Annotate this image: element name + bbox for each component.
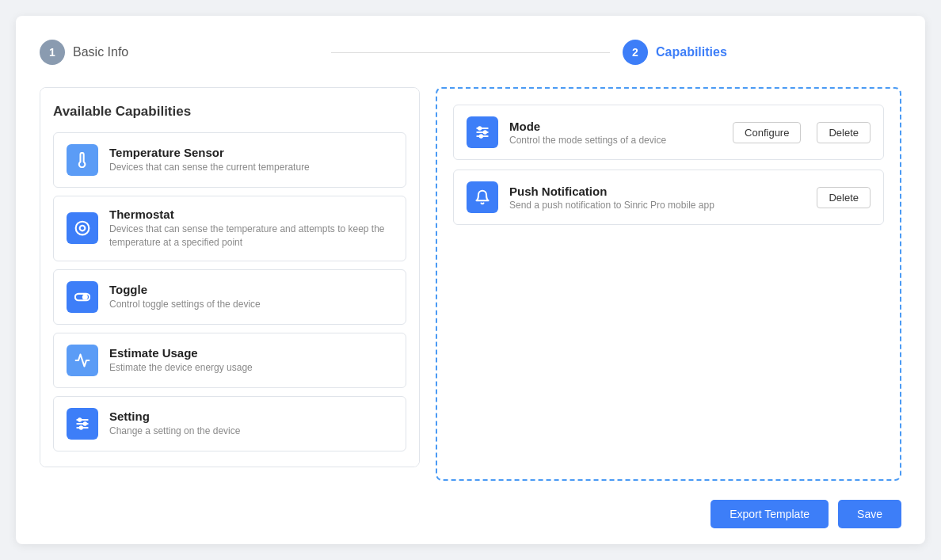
delete-mode-button[interactable]: Delete xyxy=(817,122,871,143)
capability-setting[interactable]: Setting Change a setting on the device xyxy=(53,396,406,451)
export-template-button[interactable]: Export Template xyxy=(711,500,829,528)
stepper: 1 Basic Info 2 Capabilities xyxy=(40,40,901,65)
capability-thermostat[interactable]: Thermostat Devices that can sense the te… xyxy=(53,196,406,261)
svg-point-8 xyxy=(84,422,86,425)
step-1-label: Basic Info xyxy=(73,45,128,59)
capability-temperature-sensor[interactable]: Temperature Sensor Devices that can sens… xyxy=(53,132,406,188)
step-divider xyxy=(331,52,610,53)
thermostat-desc: Devices that can sense the temperature a… xyxy=(109,223,393,250)
panel-title: Available Capabilities xyxy=(53,104,406,120)
svg-point-9 xyxy=(80,426,82,429)
main-content: Available Capabilities Temperature Senso… xyxy=(40,87,901,481)
mode-icon xyxy=(467,116,498,148)
temperature-sensor-desc: Devices that can sense the current tempe… xyxy=(109,161,393,174)
estimate-usage-icon xyxy=(67,345,98,376)
page-container: 1 Basic Info 2 Capabilities Available Ca… xyxy=(16,16,925,544)
added-item-push-notification: Push Notification Send a push notificati… xyxy=(453,170,884,225)
svg-point-14 xyxy=(484,131,486,133)
step-1: 1 Basic Info xyxy=(40,40,318,65)
thermostat-name: Thermostat xyxy=(109,208,393,221)
push-notification-item-desc: Send a push notification to Sinric Pro m… xyxy=(509,200,806,211)
estimate-usage-name: Estimate Usage xyxy=(109,346,393,360)
svg-point-13 xyxy=(478,127,481,129)
delete-push-notification-button[interactable]: Delete xyxy=(817,187,871,208)
capability-toggle[interactable]: Toggle Control toggle settings of the de… xyxy=(53,269,406,325)
thermostat-icon xyxy=(67,212,98,244)
added-item-mode: Mode Control the mode settings of a devi… xyxy=(453,105,884,160)
available-capabilities-panel: Available Capabilities Temperature Senso… xyxy=(40,87,420,467)
svg-point-3 xyxy=(83,295,87,299)
setting-icon xyxy=(67,408,98,440)
step-2-circle: 2 xyxy=(623,40,648,65)
mode-item-name: Mode xyxy=(509,120,722,133)
estimate-usage-desc: Estimate the device energy usage xyxy=(109,361,393,375)
step-2-label: Capabilities xyxy=(656,45,727,59)
svg-point-0 xyxy=(76,222,90,235)
toggle-desc: Control toggle settings of the device xyxy=(109,298,393,311)
selected-capabilities-panel: Mode Control the mode settings of a devi… xyxy=(436,87,901,481)
setting-name: Setting xyxy=(109,410,393,423)
step-1-circle: 1 xyxy=(40,40,65,65)
step-2: 2 Capabilities xyxy=(623,40,901,65)
capability-estimate-usage[interactable]: Estimate Usage Estimate the device energ… xyxy=(53,333,406,388)
configure-mode-button[interactable]: Configure xyxy=(733,122,801,143)
toggle-icon xyxy=(67,281,98,313)
push-notification-item-name: Push Notification xyxy=(509,185,806,198)
setting-desc: Change a setting on the device xyxy=(109,425,393,438)
push-notification-icon xyxy=(467,181,498,213)
temperature-sensor-icon xyxy=(67,144,98,176)
svg-point-1 xyxy=(80,226,86,231)
svg-point-15 xyxy=(480,135,482,137)
temperature-sensor-name: Temperature Sensor xyxy=(109,146,393,159)
svg-point-7 xyxy=(78,418,81,421)
toggle-name: Toggle xyxy=(109,283,393,296)
footer: Export Template Save xyxy=(40,500,901,528)
save-button[interactable]: Save xyxy=(838,500,901,528)
mode-item-desc: Control the mode settings of a device xyxy=(509,135,722,146)
